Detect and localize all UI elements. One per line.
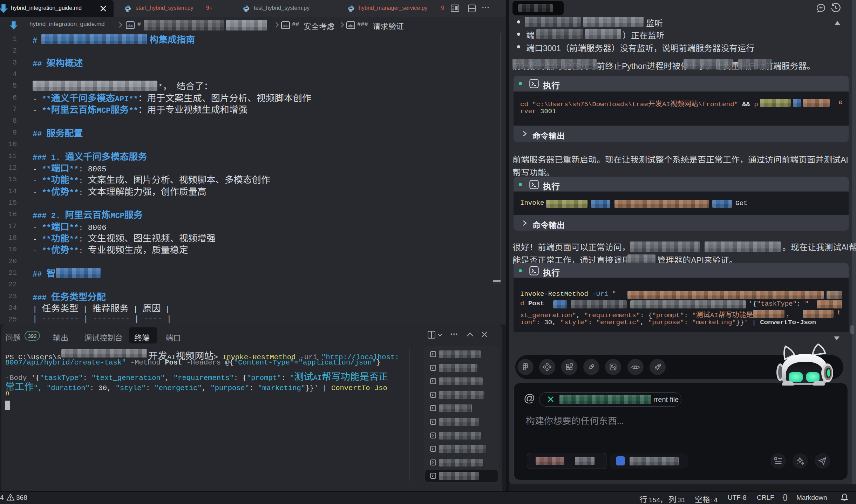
svg-text:abc: abc [127, 24, 133, 28]
svg-text:abc: abc [348, 24, 353, 28]
svg-text:abc: abc [283, 24, 288, 28]
